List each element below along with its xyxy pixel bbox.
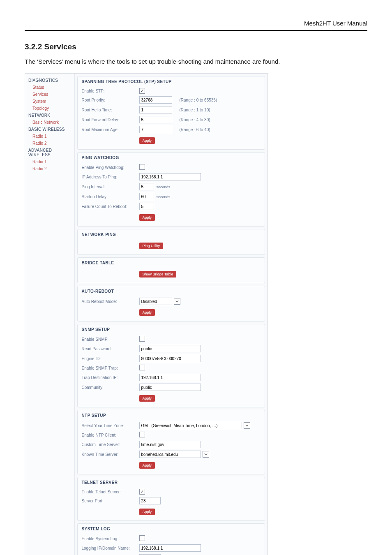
stp-apply-button[interactable]: Apply bbox=[139, 137, 155, 144]
panel-syslog: SYSTEM LOG Enable System Log: Logging IP… bbox=[77, 523, 265, 555]
panel-telnet: TELNET SERVER Enable Telnet Server: Serv… bbox=[77, 477, 265, 521]
panel-title-ntp: NTP SETUP bbox=[78, 410, 265, 419]
panel-ntp: NTP SETUP Select Your Time Zone: Enable … bbox=[77, 410, 265, 474]
panel-stp: SPANNING TREE PROTOCOL (STP) SETUP Enabl… bbox=[77, 76, 265, 150]
snmp-enable-checkbox[interactable] bbox=[139, 336, 145, 342]
ar-apply-button[interactable]: Apply bbox=[139, 309, 155, 316]
syslog-host-label: Logging IP/Domain Name: bbox=[82, 546, 139, 550]
screenshot: DIAGNOSTICS Status Services System Topol… bbox=[25, 73, 268, 555]
snmp-trap-dest-input[interactable] bbox=[139, 374, 201, 381]
pw-ip-label: IP Address To Ping: bbox=[82, 175, 139, 179]
panel-title-bt: BRIDGE TABLE bbox=[78, 258, 265, 266]
stp-enable-checkbox[interactable] bbox=[139, 88, 145, 94]
snmp-community-label: Community: bbox=[82, 385, 139, 390]
ar-mode-select[interactable] bbox=[139, 298, 172, 305]
pw-fail-input[interactable] bbox=[139, 203, 154, 210]
nav-bw-radio2[interactable]: Radio 2 bbox=[28, 140, 74, 147]
ntp-known-select[interactable] bbox=[139, 451, 201, 458]
sidebar: DIAGNOSTICS Status Services System Topol… bbox=[25, 74, 74, 176]
ar-mode-label: Auto Reboot Mode: bbox=[82, 299, 139, 304]
chevron-down-icon[interactable] bbox=[244, 422, 250, 429]
stp-hello-label: Root Hello Time: bbox=[82, 108, 139, 112]
nav-bw-radio1[interactable]: Radio 1 bbox=[28, 133, 74, 140]
ntp-tz-select[interactable] bbox=[139, 422, 242, 429]
nav-group-diagnostics: DIAGNOSTICS bbox=[28, 77, 74, 84]
syslog-enable-checkbox[interactable] bbox=[139, 535, 145, 541]
syslog-host-input[interactable] bbox=[139, 544, 201, 552]
panel-auto-reboot: AUTO-REBOOT Auto Reboot Mode: Apply bbox=[77, 286, 265, 321]
stp-enable-label: Enable STP: bbox=[82, 89, 139, 93]
panel-title-stp: SPANNING TREE PROTOCOL (STP) SETUP bbox=[78, 76, 265, 85]
panel-title-snmp: SNMP SETUP bbox=[78, 324, 265, 333]
ntp-custom-label: Custom Time Server: bbox=[82, 442, 139, 447]
pw-interval-input[interactable] bbox=[139, 183, 154, 190]
section-heading: 3.2.2 Services bbox=[25, 42, 367, 51]
telnet-apply-button[interactable]: Apply bbox=[139, 509, 155, 515]
snmp-trap-dest-label: Trap Destination IP: bbox=[82, 375, 139, 380]
nav-group-basic-wireless: BASIC WIRELESS bbox=[28, 126, 74, 133]
nav-aw-radio2[interactable]: Radio 2 bbox=[28, 165, 74, 172]
panel-ping-watchdog: PING WATCHDOG Enable Ping Watchdog: IP A… bbox=[77, 152, 265, 227]
stp-age-hint: (Range : 6 to 40) bbox=[180, 127, 210, 132]
snmp-enable-label: Enable SNMP: bbox=[82, 337, 139, 342]
stp-priority-label: Root Priority: bbox=[82, 98, 139, 102]
panel-title-ar: AUTO-REBOOT bbox=[78, 286, 265, 295]
telnet-port-label: Server Port: bbox=[82, 499, 139, 503]
ping-utility-button[interactable]: Ping Utility bbox=[139, 243, 164, 249]
nav-system[interactable]: System bbox=[28, 98, 74, 105]
panel-snmp: SNMP SETUP Enable SNMP: Read Password: bbox=[77, 324, 265, 407]
snmp-community-input[interactable] bbox=[139, 384, 201, 391]
stp-hello-hint: (Range : 1 to 10) bbox=[180, 108, 210, 112]
panel-title-telnet: TELNET SERVER bbox=[78, 477, 265, 486]
snmp-read-label: Read Password: bbox=[82, 347, 139, 351]
nav-aw-radio1[interactable]: Radio 1 bbox=[28, 158, 74, 165]
nav-services[interactable]: Services bbox=[28, 91, 74, 98]
nav-group-network: NETWORK bbox=[28, 112, 74, 119]
pw-delay-unit: seconds bbox=[157, 195, 171, 199]
snmp-apply-button[interactable]: Apply bbox=[139, 395, 155, 402]
ntp-custom-input[interactable] bbox=[139, 441, 201, 448]
pw-enable-label: Enable Ping Watchdog: bbox=[82, 165, 139, 170]
telnet-enable-label: Enable Telnet Server: bbox=[82, 490, 139, 494]
nav-group-adv-wireless: ADVANCED WIRELESS bbox=[28, 147, 74, 158]
pw-delay-label: Startup Delay: bbox=[82, 194, 139, 199]
stp-fwd-input[interactable] bbox=[139, 116, 172, 123]
stp-age-input[interactable] bbox=[139, 126, 172, 133]
header-divider bbox=[25, 30, 367, 31]
telnet-enable-checkbox[interactable] bbox=[139, 489, 145, 495]
ntp-client-label: Enable NTP Client: bbox=[82, 433, 139, 437]
pw-interval-unit: seconds bbox=[157, 185, 171, 189]
snmp-engine-label: Engine ID: bbox=[82, 356, 139, 361]
pw-enable-checkbox[interactable] bbox=[139, 164, 145, 170]
snmp-trap-en-label: Enable SNMP Trap: bbox=[82, 366, 139, 370]
chevron-down-icon[interactable] bbox=[174, 298, 180, 305]
snmp-engine-input[interactable] bbox=[139, 355, 201, 362]
panel-title-np: NETWORK PING bbox=[78, 229, 265, 238]
nav-status[interactable]: Status bbox=[28, 84, 74, 91]
panel-title-pw: PING WATCHDOG bbox=[78, 153, 265, 161]
stp-priority-input[interactable] bbox=[139, 96, 172, 104]
pw-fail-label: Failure Count To Reboot: bbox=[82, 204, 139, 209]
section-intro: The ‘Services’ menu is where the tools t… bbox=[25, 57, 367, 66]
stp-fwd-hint: (Range : 4 to 30) bbox=[180, 118, 210, 122]
pw-apply-button[interactable]: Apply bbox=[139, 214, 155, 221]
nav-basic-network[interactable]: Basic Network bbox=[28, 119, 74, 126]
ntp-client-checkbox[interactable] bbox=[139, 432, 145, 437]
show-bridge-table-button[interactable]: Show Bridge Table bbox=[139, 271, 177, 278]
syslog-enable-label: Enable System Log: bbox=[82, 536, 139, 541]
panel-title-syslog: SYSTEM LOG bbox=[78, 524, 265, 532]
stp-hello-input[interactable] bbox=[139, 106, 172, 113]
telnet-port-input[interactable] bbox=[139, 497, 161, 504]
nav-topology[interactable]: Topology bbox=[28, 105, 74, 112]
panel-network-ping: NETWORK PING Ping Utility bbox=[77, 229, 265, 255]
doc-title: Mesh2HT User Manual bbox=[25, 20, 367, 27]
pw-delay-input[interactable] bbox=[139, 193, 154, 200]
pw-interval-label: Ping Interval: bbox=[82, 185, 139, 189]
chevron-down-icon[interactable] bbox=[203, 451, 209, 458]
snmp-read-input[interactable] bbox=[139, 345, 201, 352]
pw-ip-input[interactable] bbox=[139, 173, 201, 180]
ntp-known-label: Known Time Server: bbox=[82, 452, 139, 457]
ntp-tz-label: Select Your Time Zone: bbox=[82, 423, 139, 428]
snmp-trap-checkbox[interactable] bbox=[139, 365, 145, 370]
ntp-apply-button[interactable]: Apply bbox=[139, 462, 155, 469]
